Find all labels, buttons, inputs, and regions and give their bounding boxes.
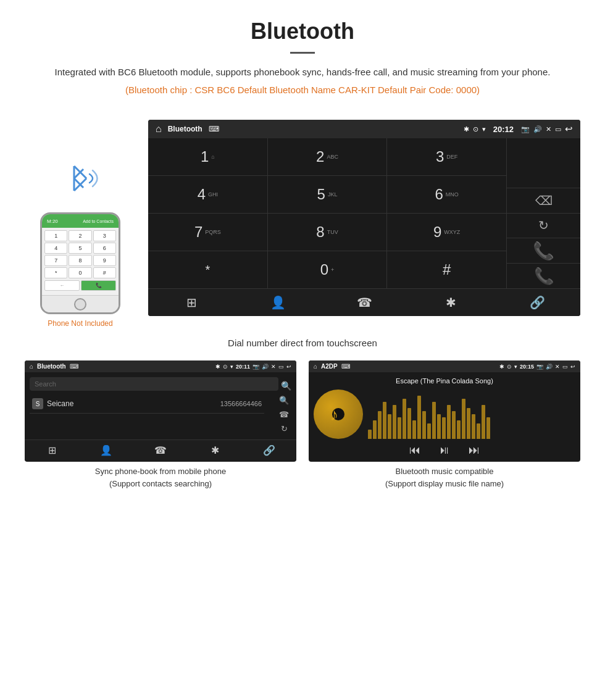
- music-signal-icon: ▾: [514, 364, 517, 370]
- phone-home-button: [74, 298, 86, 310]
- wifi-icon: ▾: [482, 125, 486, 133]
- phone-key-0: 0: [69, 267, 91, 278]
- side-phone-icon[interactable]: ☎: [279, 410, 289, 419]
- mini-signal-icon: ▾: [230, 364, 233, 370]
- car-screen-title: Bluetooth: [168, 125, 202, 133]
- phone-keypad-grid: 1 2 3 4 5 6 7 8 9 * 0 #: [44, 230, 116, 278]
- side-refresh-icon[interactable]: ↻: [281, 424, 288, 433]
- contact-item-seicane[interactable]: S Seicane 13566664466: [30, 394, 264, 414]
- bluetooth-signal-icon: [56, 157, 105, 200]
- camera-icon[interactable]: 📷: [521, 125, 530, 133]
- dialpad-row-3: 7PQRS 8TUV 9WXYZ: [148, 214, 506, 251]
- search-placeholder: Search: [35, 380, 56, 388]
- music-home-icon[interactable]: ⌂: [314, 363, 317, 370]
- dial-key-1[interactable]: 1⌂: [148, 138, 268, 175]
- dial-key-2[interactable]: 2ABC: [268, 138, 388, 175]
- close-icon[interactable]: ✕: [546, 125, 551, 133]
- phone-not-included-label: Phone Not Included: [48, 319, 112, 328]
- svg-text:♪: ♪: [330, 405, 338, 424]
- phonebook-screen-block: ⌂ Bluetooth ⌨ ✱ ⊙ ▾ 20:11 📷 🔊 ✕ ▭ ↩: [25, 360, 296, 490]
- home-icon[interactable]: ⌂: [156, 123, 162, 135]
- contact-letter: S: [32, 398, 43, 409]
- phone-contact-label: Add to Contacts: [83, 219, 114, 223]
- music-time: 20:15: [520, 364, 534, 370]
- nav-grid-button[interactable]: ⊞: [148, 295, 235, 310]
- music-note-icon: ♪: [327, 403, 349, 425]
- phone-mockup: M:20 Add to Contacts 1 2 3 4 5 6 7 8 9 *…: [40, 212, 120, 314]
- music-bt-icon: ✱: [499, 364, 504, 370]
- mini-back-icon: ↩: [286, 364, 291, 370]
- dial-key-4[interactable]: 4GHI: [148, 176, 268, 213]
- dial-key-8[interactable]: 8TUV: [268, 214, 388, 251]
- volume-icon[interactable]: 🔊: [533, 125, 542, 133]
- phone-bottom-bar: [42, 295, 119, 312]
- refresh-button[interactable]: ↻: [507, 214, 580, 239]
- dialpad-area: 1⌂ 2ABC 3DEF 4GHI: [148, 138, 580, 288]
- search-icon[interactable]: 🔍: [281, 381, 291, 391]
- phone-keypad: 1 2 3 4 5 6 7 8 9 * 0 # ← 📞: [42, 228, 119, 295]
- search-bar[interactable]: Search: [30, 377, 278, 391]
- nav-bluetooth-button[interactable]: ✱: [407, 295, 494, 310]
- music-window-icon: ▭: [562, 364, 568, 370]
- back-icon[interactable]: ↩: [565, 123, 573, 135]
- phone-key-7: 7: [44, 255, 67, 266]
- phonebook-content: Search 🔍 S Seicane 13566664466 🔍 ☎: [25, 372, 296, 440]
- nav-contacts-button[interactable]: 👤: [235, 295, 321, 310]
- phone-key-hash: #: [93, 267, 116, 278]
- side-search-icon[interactable]: 🔍: [279, 396, 289, 405]
- music-vol-icon: 🔊: [546, 364, 553, 370]
- car-status-bar: ⌂ Bluetooth ⌨ ✱ ⊙ ▾ 20:12 📷 🔊 ✕ ▭ ↩: [148, 120, 580, 138]
- bluetooth-status-icon: ✱: [464, 125, 469, 133]
- pb-nav-person[interactable]: 👤: [79, 444, 133, 456]
- dial-key-star[interactable]: *: [148, 251, 268, 288]
- phonebook-side-icons: 🔍 ☎ ↻: [277, 394, 291, 435]
- dial-key-6[interactable]: 6MNO: [387, 176, 506, 213]
- phone-key-4: 4: [44, 243, 67, 254]
- mini-home-icon[interactable]: ⌂: [30, 363, 33, 370]
- end-call-button[interactable]: 📞: [507, 264, 580, 288]
- dial-key-5[interactable]: 5JKL: [268, 176, 388, 213]
- dial-key-9[interactable]: 9WXYZ: [387, 214, 506, 251]
- music-album-area: ♪: [314, 390, 575, 439]
- dial-key-3[interactable]: 3DEF: [387, 138, 506, 175]
- music-location-icon: ⊙: [507, 364, 512, 370]
- music-back-icon: ↩: [570, 364, 575, 370]
- phone-key-3: 3: [93, 230, 116, 241]
- pb-nav-link[interactable]: 🔗: [242, 444, 296, 456]
- car-screen-area: ⌂ Bluetooth ⌨ ✱ ⊙ ▾ 20:12 📷 🔊 ✕ ▭ ↩: [148, 120, 580, 328]
- nav-phone-button[interactable]: ☎: [321, 295, 407, 310]
- prev-button[interactable]: ⏮: [409, 444, 420, 457]
- bottom-screens: ⌂ Bluetooth ⌨ ✱ ⊙ ▾ 20:11 📷 🔊 ✕ ▭ ↩: [0, 360, 605, 490]
- music-screen-block: ⌂ A2DP ⌨ ✱ ⊙ ▾ 20:15 📷 🔊 ✕ ▭ ↩ Escape (T…: [309, 360, 580, 490]
- pb-nav-grid[interactable]: ⊞: [25, 444, 79, 456]
- phone-key-5: 5: [69, 243, 91, 254]
- phone-key-6: 6: [93, 243, 116, 254]
- car-status-right: ✱ ⊙ ▾ 20:12 📷 🔊 ✕ ▭ ↩: [464, 123, 573, 135]
- car-screen-caption: Dial number direct from touchscreen: [0, 338, 605, 348]
- phone-key-9: 9: [93, 255, 116, 266]
- dial-key-0[interactable]: 0+: [268, 251, 388, 288]
- play-pause-button[interactable]: ⏯: [439, 444, 450, 457]
- pb-nav-phone[interactable]: ☎: [133, 444, 188, 456]
- contacts-area: S Seicane 13566664466 🔍 ☎ ↻: [30, 394, 291, 435]
- dialpad-row-4: * 0+ #: [148, 251, 506, 288]
- page-header: Bluetooth Integrated with BC6 Bluetooth …: [0, 0, 605, 120]
- dialpad-row-2: 4GHI 5JKL 6MNO: [148, 176, 506, 214]
- pb-nav-bt[interactable]: ✱: [188, 444, 242, 456]
- display-area: [507, 138, 580, 188]
- music-content: Escape (The Pina Colada Song) ♪ ⏮ ⏯ ⏭: [309, 372, 580, 462]
- bluetooth-icon-container: [56, 157, 105, 200]
- next-button[interactable]: ⏭: [469, 444, 480, 457]
- dial-key-hash[interactable]: #: [387, 251, 506, 288]
- music-caption: Bluetooth music compatible (Support disp…: [309, 465, 580, 490]
- music-usb-icon: ⌨: [341, 363, 350, 370]
- phone-call-btn[interactable]: 📞: [81, 280, 116, 291]
- backspace-button[interactable]: ⌫: [507, 188, 580, 214]
- dial-key-7[interactable]: 7PQRS: [148, 214, 268, 251]
- dialpad-keys: 1⌂ 2ABC 3DEF 4GHI: [148, 138, 506, 288]
- call-button[interactable]: 📞: [507, 238, 580, 264]
- window-icon[interactable]: ▭: [555, 125, 561, 133]
- mini-location-icon: ⊙: [223, 364, 228, 370]
- nav-link-button[interactable]: 🔗: [494, 295, 580, 310]
- orange-info: (Bluetooth chip : CSR BC6 Default Blueto…: [37, 85, 568, 95]
